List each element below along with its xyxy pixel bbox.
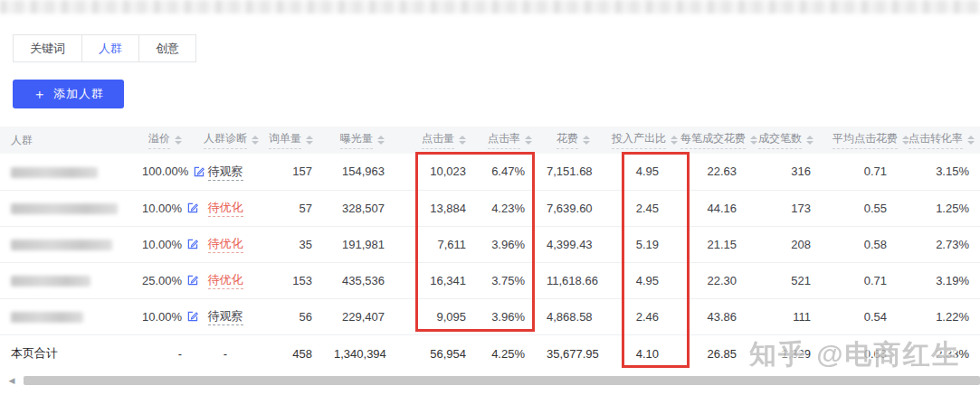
cell-roi: 4.95	[601, 262, 670, 298]
cell-avg_cpc: 0.71	[822, 154, 898, 190]
cell-spend: 11,618.66	[536, 262, 601, 298]
column-header-avg_cpc[interactable]: 平均点击花费	[822, 127, 898, 154]
plus-icon: ＋	[33, 86, 47, 103]
cell-diagnosis: -	[193, 334, 258, 372]
add-audience-label: 添加人群	[53, 86, 104, 102]
cell-cvr: 1.25%	[898, 190, 980, 226]
cell-name: 本页合计	[0, 334, 131, 372]
edit-premium-icon[interactable]	[186, 310, 199, 323]
cell-impressions: 1,340,394	[323, 334, 395, 372]
column-label: 平均点击花费	[833, 131, 898, 149]
cell-cost_per_order: 22.30	[670, 262, 747, 298]
sort-arrows-icon[interactable]	[459, 136, 466, 145]
cell-orders: 521	[747, 262, 822, 298]
premium-value: 10.00%	[142, 202, 182, 215]
cell-name	[0, 190, 131, 226]
column-header-inquiries[interactable]: 询单量	[258, 127, 323, 154]
diagnosis-badge[interactable]: 待优化	[208, 273, 243, 289]
sort-arrows-icon[interactable]	[750, 136, 757, 145]
column-label: 询单量	[269, 131, 301, 149]
cell-orders: 1,329	[747, 334, 822, 372]
sort-arrows-icon[interactable]	[525, 136, 532, 145]
cell-roi: 4.10	[601, 334, 670, 372]
cell-ctr: 4.25%	[477, 334, 536, 372]
table-row: 10.00%待优化57328,50713,8844.23%7,639.602.4…	[0, 190, 980, 226]
horizontal-scrollbar[interactable]: ◀	[0, 374, 980, 387]
column-label: 投入产出比	[612, 131, 666, 149]
table-row: 10.00%待观察56229,4079,0953.96%4,868.582.46…	[0, 298, 980, 334]
column-header-spend[interactable]: 花费	[536, 127, 601, 154]
cell-roi: 5.19	[601, 226, 670, 262]
scroll-left-arrow-icon[interactable]: ◀	[0, 376, 24, 385]
cell-ctr: 6.47%	[477, 154, 536, 190]
premium-value: 10.00%	[142, 238, 182, 251]
cell-spend: 4,868.58	[536, 298, 601, 334]
cell-orders: 208	[747, 226, 822, 262]
column-header-orders[interactable]: 成交笔数	[747, 127, 822, 154]
edit-premium-icon[interactable]	[186, 202, 199, 214]
cell-inquiries: 35	[258, 226, 323, 262]
tab-创意[interactable]: 创意	[138, 34, 196, 62]
cell-spend: 7,151.68	[536, 154, 601, 190]
column-label: 每笔成交花费	[680, 131, 746, 149]
column-header-ctr[interactable]: 点击率	[477, 127, 536, 154]
sort-arrows-icon[interactable]	[306, 136, 313, 145]
cell-orders: 173	[747, 190, 822, 226]
cell-name	[0, 298, 131, 334]
cell-impressions: 229,407	[323, 298, 395, 334]
cell-cvr: 3.19%	[898, 262, 980, 298]
column-header-cost_per_order[interactable]: 每笔成交花费	[670, 127, 747, 154]
cell-ctr: 3.96%	[477, 226, 536, 262]
cell-diagnosis: 待优化	[193, 226, 258, 262]
add-audience-button[interactable]: ＋ 添加人群	[13, 80, 124, 108]
column-header-name: 人群	[0, 127, 131, 154]
column-label: 点击量	[422, 131, 454, 149]
diagnosis-badge[interactable]: 待观察	[208, 309, 243, 325]
column-header-premium[interactable]: 溢价	[131, 127, 193, 154]
diagnosis-badge[interactable]: 待优化	[208, 237, 243, 253]
cell-spend: 7,639.60	[536, 190, 601, 226]
sort-arrows-icon[interactable]	[671, 136, 678, 145]
column-header-diagnosis[interactable]: 人群诊断	[193, 127, 258, 154]
column-header-clicks[interactable]: 点击量	[395, 127, 477, 154]
column-label: 人群诊断	[204, 131, 247, 149]
edit-premium-icon[interactable]	[186, 274, 199, 287]
cell-spend: 4,399.43	[536, 226, 601, 262]
premium-value: 100.00%	[142, 165, 188, 178]
edit-premium-icon[interactable]	[193, 165, 205, 178]
diagnosis-badge[interactable]: 待优化	[208, 201, 243, 217]
cell-ctr: 4.23%	[477, 190, 536, 226]
cell-cost_per_order: 26.85	[670, 334, 747, 372]
tab-人群[interactable]: 人群	[81, 34, 139, 62]
edit-premium-icon[interactable]	[186, 238, 199, 250]
cell-inquiries: 157	[258, 154, 323, 190]
cell-clicks: 13,884	[395, 190, 477, 226]
cell-avg_cpc: 0.58	[822, 226, 898, 262]
cell-avg_cpc: 0.54	[822, 298, 898, 334]
cell-clicks: 56,954	[395, 334, 477, 372]
table-row: 10.00%待优化35191,9817,6113.96%4,399.435.19…	[0, 226, 980, 262]
cell-spend: 35,677.95	[536, 334, 601, 372]
scrollbar-thumb[interactable]	[24, 376, 980, 385]
column-header-roi[interactable]: 投入产出比	[601, 127, 670, 154]
sort-arrows-icon[interactable]	[967, 136, 975, 145]
cell-diagnosis: 待观察	[193, 298, 258, 334]
cell-premium: -	[131, 334, 193, 372]
column-label: 点击转化率	[909, 131, 963, 149]
sort-arrows-icon[interactable]	[252, 136, 259, 145]
sort-arrows-icon[interactable]	[806, 136, 813, 145]
cell-inquiries: 56	[258, 298, 323, 334]
cell-diagnosis: 待优化	[193, 190, 258, 226]
column-header-impressions[interactable]: 曝光量	[323, 127, 395, 154]
sort-arrows-icon[interactable]	[377, 136, 385, 145]
cell-premium: 10.00%	[131, 226, 193, 262]
diagnosis-badge[interactable]: 待观察	[208, 165, 243, 181]
sort-arrows-icon[interactable]	[175, 136, 182, 145]
column-label: 花费	[557, 131, 578, 149]
sort-arrows-icon[interactable]	[583, 136, 590, 145]
tab-关键词[interactable]: 关键词	[13, 34, 82, 62]
redacted-audience-name	[11, 167, 98, 178]
cell-clicks: 10,023	[395, 154, 477, 190]
cell-roi: 4.95	[601, 154, 670, 190]
column-header-cvr[interactable]: 点击转化率	[898, 127, 980, 154]
